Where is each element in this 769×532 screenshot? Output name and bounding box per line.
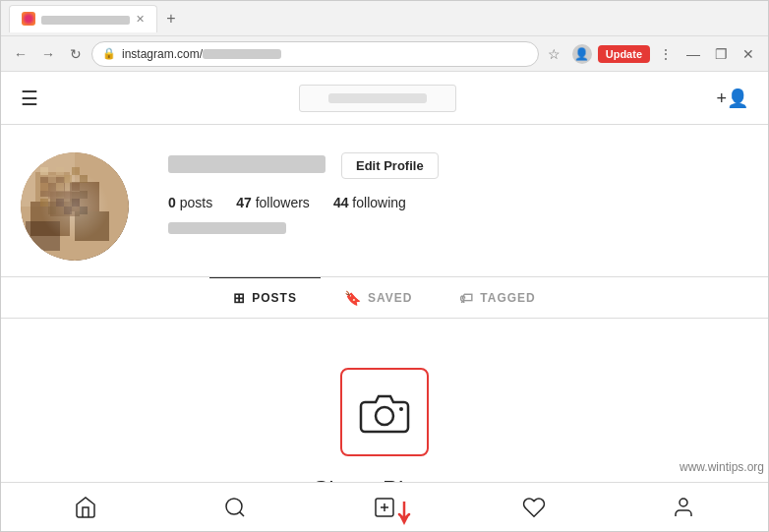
- bottom-navigation: [1, 482, 768, 531]
- svg-rect-26: [80, 207, 88, 214]
- svg-rect-18: [64, 191, 72, 199]
- svg-rect-9: [40, 167, 48, 175]
- svg-rect-12: [64, 175, 72, 183]
- profile-bio: [168, 222, 748, 237]
- following-stat: 44 following: [333, 195, 406, 210]
- camera-icon: [359, 390, 410, 434]
- svg-point-35: [680, 499, 687, 506]
- browser-frame: ✕ + ← → ↻ 🔒 instagram.com/ ☆ 👤 Update ⋮ …: [0, 0, 769, 532]
- search-icon: [223, 496, 247, 519]
- saved-tab-icon: 🔖: [344, 290, 362, 306]
- svg-rect-24: [64, 207, 72, 214]
- svg-point-29: [226, 499, 242, 514]
- restore-icon[interactable]: ❐: [709, 42, 733, 66]
- svg-rect-22: [48, 207, 56, 214]
- update-button[interactable]: Update: [598, 45, 650, 63]
- navigation-bar: ← → ↻ 🔒 instagram.com/ ☆ 👤 Update ⋮ — ❐ …: [1, 36, 768, 72]
- svg-marker-34: [400, 517, 408, 525]
- profile-avatar: [21, 152, 129, 261]
- tagged-tab-label: TAGGED: [480, 291, 535, 305]
- svg-rect-7: [75, 211, 109, 241]
- svg-rect-10: [48, 175, 56, 183]
- bottom-nav-search[interactable]: [223, 496, 247, 519]
- tab-title: [41, 13, 130, 25]
- heart-icon: [522, 496, 546, 519]
- username-blur: [168, 155, 325, 173]
- svg-rect-11: [56, 167, 64, 175]
- empty-state: Share Photos When you share photos, they…: [1, 319, 768, 482]
- add-post-icon: [373, 496, 396, 519]
- bottom-nav-profile[interactable]: [672, 496, 695, 519]
- svg-rect-25: [72, 199, 80, 207]
- followers-count: 47: [236, 195, 252, 210]
- saved-tab-label: SAVED: [368, 291, 412, 305]
- posts-label: posts: [180, 195, 212, 210]
- bio-blur: [168, 222, 286, 234]
- profile-icon: [672, 496, 695, 519]
- svg-rect-20: [80, 191, 88, 199]
- posts-tab-icon: ⊞: [233, 290, 246, 306]
- svg-rect-23: [56, 199, 64, 207]
- tab-posts[interactable]: ⊞ POSTS: [209, 277, 321, 318]
- svg-rect-4: [50, 192, 80, 216]
- search-blur: [328, 93, 427, 103]
- title-bar: ✕ +: [1, 1, 768, 36]
- profile-top-row: Edit Profile: [168, 152, 748, 179]
- add-friend-icon[interactable]: +👤: [716, 88, 748, 109]
- user-account-icon[interactable]: 👤: [570, 42, 594, 66]
- svg-rect-16: [48, 191, 56, 199]
- svg-line-30: [240, 511, 244, 515]
- tab-close-button[interactable]: ✕: [136, 13, 145, 26]
- followers-stat: 47 followers: [236, 195, 310, 210]
- bookmark-icon[interactable]: ☆: [543, 42, 566, 66]
- close-window-icon[interactable]: ✕: [737, 42, 760, 66]
- content-tabs: ⊞ POSTS 🔖 SAVED 🏷 TAGGED: [1, 277, 768, 319]
- instagram-header: ☰ +👤: [1, 72, 768, 125]
- profile-username: [168, 153, 325, 179]
- url-text: instagram.com/: [122, 47, 281, 61]
- svg-rect-19: [72, 183, 80, 191]
- minimize-icon[interactable]: —: [681, 42, 705, 66]
- tab-favicon: [22, 12, 35, 26]
- bottom-nav-add[interactable]: [373, 496, 396, 519]
- posts-count: 0: [168, 195, 176, 210]
- nav-actions: ☆ 👤 Update ⋮ — ❐ ✕: [543, 42, 760, 66]
- forward-button[interactable]: →: [36, 42, 60, 66]
- edit-profile-button[interactable]: Edit Profile: [341, 152, 439, 179]
- red-arrow-icon: [394, 502, 414, 525]
- instagram-search-bar[interactable]: [299, 85, 456, 112]
- svg-rect-13: [72, 167, 80, 175]
- refresh-button[interactable]: ↻: [64, 42, 88, 66]
- followers-label: followers: [256, 195, 310, 210]
- bottom-nav-activity[interactable]: [522, 496, 546, 519]
- tab-tagged[interactable]: 🏷 TAGGED: [436, 277, 559, 318]
- avatar-image: [21, 152, 129, 261]
- ssl-lock-icon: 🔒: [102, 47, 116, 60]
- instagram-menu-icon[interactable]: ☰: [21, 87, 38, 110]
- posts-tab-label: POSTS: [252, 291, 297, 305]
- svg-rect-15: [40, 183, 48, 191]
- tab-saved[interactable]: 🔖 SAVED: [321, 277, 436, 318]
- bottom-nav-home[interactable]: [74, 496, 97, 519]
- avatar-svg: [21, 152, 129, 261]
- new-tab-button[interactable]: +: [157, 5, 185, 32]
- profile-stats: 0 posts 47 followers 44 following: [168, 195, 748, 210]
- address-bar[interactable]: 🔒 instagram.com/: [91, 41, 539, 67]
- arrow-annotation: [394, 502, 414, 525]
- camera-icon-box: [340, 368, 429, 456]
- back-button[interactable]: ←: [9, 42, 32, 66]
- profile-section: Edit Profile 0 posts 47 followers 44: [1, 125, 768, 277]
- home-icon: [74, 496, 97, 519]
- posts-stat: 0 posts: [168, 195, 212, 210]
- svg-rect-6: [70, 182, 99, 211]
- svg-rect-8: [26, 221, 60, 251]
- browser-tab[interactable]: ✕: [9, 5, 157, 32]
- profile-info: Edit Profile 0 posts 47 followers 44: [168, 152, 748, 237]
- tagged-tab-icon: 🏷: [459, 290, 474, 306]
- instagram-app: ☰ +👤: [1, 72, 768, 531]
- svg-point-27: [376, 407, 393, 425]
- svg-rect-21: [40, 199, 48, 207]
- following-count: 44: [333, 195, 349, 210]
- svg-rect-14: [80, 175, 88, 183]
- more-options-icon[interactable]: ⋮: [654, 42, 678, 66]
